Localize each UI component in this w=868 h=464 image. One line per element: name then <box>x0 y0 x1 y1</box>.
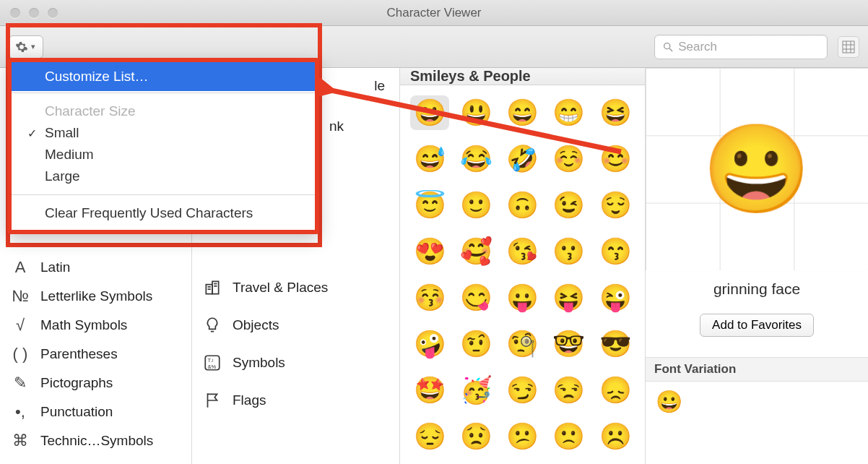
sidebar-item-label: Parentheses <box>40 346 118 362</box>
emoji-cell[interactable]: 😀 <box>410 95 449 130</box>
minimize-window-icon[interactable] <box>29 8 39 18</box>
emoji-cell[interactable]: 😍 <box>410 234 449 269</box>
emoji-cell[interactable]: 😇 <box>410 188 449 223</box>
emoji-cell[interactable]: 😌 <box>596 188 635 223</box>
category-item[interactable]: T♪&%Symbols <box>192 344 399 382</box>
emoji-cell[interactable]: 😛 <box>503 280 542 315</box>
emoji-cell[interactable]: 😏 <box>503 373 542 408</box>
emoji-cell[interactable]: 🙁 <box>550 419 589 454</box>
emoji-cell[interactable]: 😉 <box>550 188 589 223</box>
gear-menu-button[interactable]: ▾ <box>9 35 43 59</box>
category-label: Travel & Places <box>233 280 328 296</box>
category-label-drink-tail: nk <box>329 119 344 134</box>
emoji-cell[interactable]: ☺️ <box>550 142 589 176</box>
emoji-cell[interactable]: 😗 <box>550 234 589 269</box>
emoji-cell[interactable]: 😚 <box>410 280 449 315</box>
category-icon: № <box>10 287 30 306</box>
character-name: grinning face <box>646 280 868 298</box>
emoji-cell[interactable]: 😋 <box>456 280 495 315</box>
emoji-cell[interactable]: 😘 <box>503 234 542 269</box>
emoji-cell[interactable]: 😞 <box>596 373 635 408</box>
emoji-cell[interactable]: 🤩 <box>410 373 449 408</box>
preview-emoji: 😀 <box>703 119 811 220</box>
menu-size-small[interactable]: ✓Small <box>12 122 315 144</box>
emoji-cell[interactable]: 😅 <box>410 142 449 176</box>
add-favorites-button[interactable]: Add to Favorites <box>700 314 814 337</box>
sidebar-item[interactable]: ( )Parentheses <box>0 340 191 369</box>
emoji-cell[interactable]: 😟 <box>456 419 495 454</box>
category-icon: A <box>10 258 30 277</box>
emoji-cell[interactable]: 😊 <box>596 142 635 176</box>
menu-size-label: Character Size <box>12 100 315 122</box>
category-item[interactable]: Travel & Places <box>192 269 399 306</box>
category-icon: T♪&% <box>202 353 222 372</box>
sidebar-item-label: Letterlike Symbols <box>40 288 152 304</box>
emoji-cell[interactable]: 🧐 <box>503 327 542 361</box>
font-variation-sample[interactable]: 😀 <box>646 382 868 421</box>
category-label: Symbols <box>233 355 285 371</box>
sidebar-item[interactable]: ALatin <box>0 253 191 282</box>
category-label: Objects <box>233 317 279 333</box>
toggle-grid-button[interactable] <box>838 36 859 58</box>
emoji-cell[interactable]: 😔 <box>410 419 449 454</box>
sidebar-item-label: Technic…Symbols <box>40 433 153 449</box>
emoji-cell[interactable]: 🥳 <box>456 373 495 408</box>
search-input[interactable] <box>678 40 820 54</box>
category-label: Flags <box>233 392 266 408</box>
emoji-cell[interactable]: 😒 <box>550 373 589 408</box>
zoom-window-icon[interactable] <box>48 8 58 18</box>
search-field[interactable] <box>654 35 828 59</box>
svg-point-0 <box>664 43 670 48</box>
category-icon <box>202 278 222 297</box>
emoji-cell[interactable]: 😜 <box>596 280 635 315</box>
sidebar-item[interactable]: √Math Symbols <box>0 311 191 340</box>
sidebar-item-label: Math Symbols <box>40 317 127 333</box>
emoji-cell[interactable]: 😕 <box>503 419 542 454</box>
emoji-cell[interactable]: 😄 <box>503 95 542 130</box>
titlebar: Character Viewer <box>0 0 868 26</box>
category-icon: ( ) <box>10 345 30 364</box>
window-controls <box>0 8 58 18</box>
menu-customize-list[interactable]: Customize List… <box>12 62 315 91</box>
font-variation-header: Font Variation <box>646 357 868 382</box>
emoji-panel: Smileys & People 😀😃😄😁😆😅😂🤣☺️😊😇🙂🙃😉😌😍🥰😘😗😙😚😋… <box>400 68 646 464</box>
menu-clear-freq[interactable]: Clear Frequently Used Characters <box>12 197 315 230</box>
emoji-cell[interactable]: 😎 <box>596 327 635 361</box>
close-window-icon[interactable] <box>10 8 20 18</box>
sidebar-item[interactable]: •,Punctuation <box>0 398 191 426</box>
emoji-cell[interactable]: 😙 <box>596 234 635 269</box>
category-icon: •, <box>10 403 30 421</box>
sidebar-item[interactable]: ⌘Technic…Symbols <box>0 426 191 455</box>
emoji-cell[interactable]: 😂 <box>456 142 495 176</box>
category-icon <box>202 316 222 335</box>
detail-panel: 😀 grinning face Add to Favorites Font Va… <box>646 68 868 464</box>
chevron-down-icon: ▾ <box>31 42 35 51</box>
sidebar-item[interactable]: ✎Pictographs <box>0 369 191 398</box>
menu-size-medium[interactable]: Medium <box>12 144 315 166</box>
emoji-cell[interactable]: 🤓 <box>550 327 589 361</box>
category-item[interactable]: Flags <box>192 382 399 419</box>
emoji-cell[interactable]: 😃 <box>456 95 495 130</box>
category-item[interactable]: Objects <box>192 306 399 344</box>
sidebar-item-label: Punctuation <box>40 404 113 420</box>
emoji-cell[interactable]: 🙃 <box>503 188 542 223</box>
emoji-header: Smileys & People <box>400 68 645 85</box>
emoji-cell[interactable]: 😁 <box>550 95 589 130</box>
emoji-cell[interactable]: 🥰 <box>456 234 495 269</box>
emoji-cell[interactable]: ☹️ <box>596 419 635 454</box>
emoji-cell[interactable]: 🤣 <box>503 142 542 176</box>
svg-line-1 <box>669 48 672 51</box>
emoji-cell[interactable]: 😆 <box>596 95 635 130</box>
sidebar-item-label: Latin <box>40 259 70 275</box>
sidebar-item[interactable]: №Letterlike Symbols <box>0 282 191 311</box>
gear-icon <box>15 40 28 53</box>
category-icon: ✎ <box>10 374 30 392</box>
checkmark-icon: ✓ <box>27 126 37 140</box>
emoji-cell[interactable]: 😝 <box>550 280 589 315</box>
emoji-cell[interactable]: 🤪 <box>410 327 449 361</box>
emoji-cell[interactable]: 🤨 <box>456 327 495 361</box>
menu-size-large[interactable]: Large <box>12 166 315 187</box>
emoji-cell[interactable]: 🙂 <box>456 188 495 223</box>
svg-rect-2 <box>843 41 854 53</box>
category-icon: √ <box>10 316 30 335</box>
